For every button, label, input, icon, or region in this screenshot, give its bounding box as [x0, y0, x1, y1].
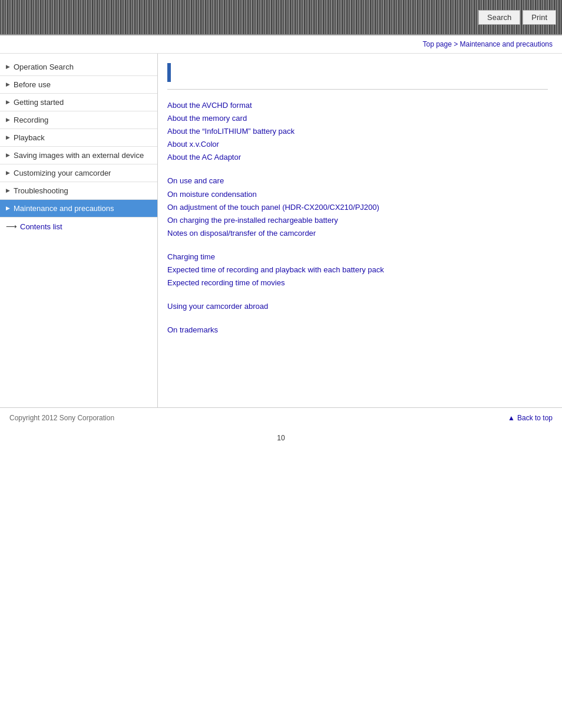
link-camcorder-abroad[interactable]: Using your camcorder abroad	[167, 300, 548, 313]
link-group-5: On trademarks	[167, 324, 548, 337]
sidebar-item-before-use[interactable]: ▶ Before use	[0, 76, 157, 94]
back-to-top-label: Back to top	[517, 414, 553, 422]
sidebar-item-getting-started[interactable]: ▶ Getting started	[0, 94, 157, 111]
sidebar-item-label: Troubleshooting	[14, 186, 153, 195]
sidebar-item-label: Saving images with an external device	[14, 151, 153, 160]
contents-list-label: Contents list	[20, 222, 62, 231]
link-group-3: Charging time Expected time of recording…	[167, 251, 548, 289]
header: Search Print	[0, 0, 562, 35]
sidebar-item-label: Playback	[14, 133, 153, 142]
sidebar-item-troubleshooting[interactable]: ▶ Troubleshooting	[0, 182, 157, 200]
arrow-right-icon: ⟶	[6, 222, 17, 231]
arrow-icon: ▶	[6, 99, 10, 105]
link-avchd-format[interactable]: About the AVCHD format	[167, 99, 548, 112]
sidebar-item-label: Customizing your camcorder	[14, 169, 153, 177]
main-content: About the AVCHD format About the memory …	[158, 54, 562, 407]
sidebar-item-playback[interactable]: ▶ Playback	[0, 129, 157, 147]
arrow-icon: ▶	[6, 170, 10, 176]
print-button[interactable]: Print	[523, 10, 556, 25]
contents-list-link[interactable]: ⟶ Contents list	[0, 218, 157, 236]
page-layout: ▶ Operation Search ▶ Before use ▶ Gettin…	[0, 54, 562, 407]
page-footer: Copyright 2012 Sony Corporation ▲ Back t…	[0, 407, 562, 428]
sidebar-item-maintenance[interactable]: ▶ Maintenance and precautions	[0, 200, 157, 218]
sidebar-item-customizing[interactable]: ▶ Customizing your camcorder	[0, 164, 157, 182]
section-title-bar	[167, 63, 548, 90]
link-memory-card[interactable]: About the memory card	[167, 112, 548, 125]
arrow-icon: ▶	[6, 134, 10, 140]
sidebar: ▶ Operation Search ▶ Before use ▶ Gettin…	[0, 54, 158, 407]
link-ac-adaptor[interactable]: About the AC Adaptor	[167, 151, 548, 164]
search-button[interactable]: Search	[478, 10, 520, 25]
arrow-icon: ▶	[6, 152, 10, 158]
link-disposal-transfer[interactable]: Notes on disposal/transfer of the camcor…	[167, 227, 548, 240]
link-group-1: About the AVCHD format About the memory …	[167, 99, 548, 164]
blue-bar-icon	[167, 63, 171, 82]
sidebar-item-label: Recording	[14, 116, 153, 124]
link-expected-recording-playback[interactable]: Expected time of recording and playback …	[167, 263, 548, 276]
sidebar-item-operation-search[interactable]: ▶ Operation Search	[0, 58, 157, 76]
page-number: 10	[0, 428, 562, 448]
sidebar-item-recording[interactable]: ▶ Recording	[0, 111, 157, 129]
breadcrumb-top-link[interactable]: Top page	[422, 40, 451, 48]
breadcrumb-separator: >	[454, 40, 459, 48]
arrow-icon: ▶	[6, 64, 10, 70]
link-charging-time[interactable]: Charging time	[167, 251, 548, 263]
link-group-4: Using your camcorder abroad	[167, 300, 548, 313]
arrow-icon: ▶	[6, 81, 10, 87]
sidebar-item-saving-images[interactable]: ▶ Saving images with an external device	[0, 147, 157, 164]
arrow-icon: ▶	[6, 205, 10, 211]
back-to-top-link[interactable]: ▲ Back to top	[508, 414, 553, 422]
link-expected-recording-movies[interactable]: Expected recording time of movies	[167, 276, 548, 289]
breadcrumb-current: Maintenance and precautions	[460, 40, 553, 48]
link-xvcolor[interactable]: About x.v.Color	[167, 138, 548, 151]
link-trademarks[interactable]: On trademarks	[167, 324, 548, 337]
breadcrumb: Top page > Maintenance and precautions	[0, 35, 562, 54]
link-use-and-care[interactable]: On use and care	[167, 174, 548, 187]
link-charging-preinstalled[interactable]: On charging the pre-installed rechargeab…	[167, 214, 548, 227]
link-group-2: On use and care On moisture condensation…	[167, 174, 548, 239]
link-moisture-condensation[interactable]: On moisture condensation	[167, 188, 548, 201]
copyright-text: Copyright 2012 Sony Corporation	[9, 414, 114, 422]
sidebar-item-label: Operation Search	[14, 62, 153, 71]
sidebar-item-label: Getting started	[14, 98, 153, 107]
link-touch-panel[interactable]: On adjustment of the touch panel (HDR-CX…	[167, 201, 548, 214]
sidebar-item-label: Before use	[14, 80, 153, 89]
sidebar-item-label: Maintenance and precautions	[14, 204, 153, 213]
arrow-icon: ▶	[6, 187, 10, 193]
link-infolithium[interactable]: About the “InfoLITHIUM” battery pack	[167, 125, 548, 138]
triangle-icon: ▲	[508, 414, 515, 422]
arrow-icon: ▶	[6, 117, 10, 123]
